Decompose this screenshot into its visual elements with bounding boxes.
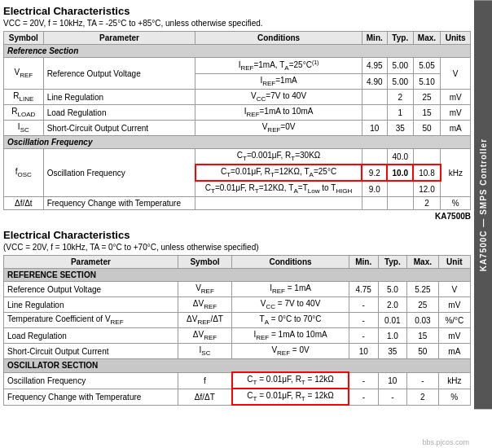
col-header-typ: Typ. — [378, 256, 407, 269]
cell-conditions-highlighted: CT=0.01μF, RT=12KΩ, TA=25°C — [195, 165, 362, 181]
table-row: Line Regulation ΔVREF VCC = 7V to 40V - … — [4, 297, 471, 313]
section-label: OSCILLATOR SECTION — [4, 359, 471, 373]
cell-conditions: IREF=1mA, TA=25°C(1) — [195, 58, 362, 74]
cell-units: kHz — [441, 149, 471, 197]
cell-conditions: IREF=1mA — [195, 74, 362, 90]
cell-conditions: VREF=0V — [195, 121, 362, 136]
cell-max-highlighted: 10.8 — [413, 165, 441, 181]
cell-units: %/°C — [438, 313, 470, 328]
cell-max: 25 — [413, 90, 441, 105]
cell-units: % — [438, 389, 470, 405]
bottom-section-subtitle: (VCC = 20V, f = 10kHz, TA = 0°C to +70°C… — [3, 243, 471, 252]
table-row: Short-Circuit Output Current ISC VREF = … — [4, 344, 471, 359]
cell-parameter: Load Regulation — [4, 328, 178, 344]
cell-typ: 1 — [387, 105, 413, 121]
cell-symbol: fOSC — [4, 149, 44, 197]
cell-max: 2 — [413, 197, 441, 210]
table-row: Frequency Change with Temperature Δf/ΔT … — [4, 389, 471, 405]
table-row: Oscillation Frequency f CT = 0.01μF, RT … — [4, 372, 471, 389]
col-header-typ: Typ. — [387, 32, 413, 45]
cell-symbol: Δf/Δt — [4, 197, 44, 210]
table-row: ISC Short-Circuit Output Current VREF=0V… — [4, 121, 471, 136]
cell-conditions — [195, 197, 362, 210]
cell-min-highlighted: 9.2 — [362, 165, 387, 181]
cell-max: 50 — [407, 344, 439, 359]
cell-max: 0.03 — [407, 313, 439, 328]
cell-min — [362, 105, 387, 121]
cell-min: 4.90 — [362, 74, 387, 90]
cell-conditions: IREF = 1mA — [232, 282, 349, 297]
cell-symbol: ΔVREF — [178, 328, 232, 344]
cell-symbol: ISC — [4, 121, 44, 136]
table-row: RLINE Line Regulation VCC=7V to 40V 2 25… — [4, 90, 471, 105]
cell-symbol: ΔVREF — [178, 297, 232, 313]
cell-max: 15 — [407, 328, 439, 344]
cell-min: - — [349, 372, 378, 389]
cell-units: mA — [438, 344, 470, 359]
cell-conditions: IREF=1mA to 10mA — [195, 105, 362, 121]
cell-parameter: Short-Circuit Output Current — [4, 344, 178, 359]
table-row: RLOAD Load Regulation IREF=1mA to 10mA 1… — [4, 105, 471, 121]
cell-max: - — [407, 372, 439, 389]
cell-parameter: Temperature Coefficient of VREF — [4, 313, 178, 328]
cell-max: 5.25 — [407, 282, 439, 297]
cell-parameter: Oscillation Frequency — [43, 149, 195, 197]
cell-min: - — [349, 389, 378, 405]
top-section-subtitle: VCC = 20V, f = 10kHz, TA = -25°C to +85°… — [3, 19, 471, 28]
col-header-max: Max. — [413, 32, 441, 45]
cell-min: - — [349, 328, 378, 344]
cell-typ: 35 — [378, 344, 407, 359]
cell-symbol: ISC — [178, 344, 232, 359]
cell-typ: 5.00 — [387, 58, 413, 74]
table-row: Δf/Δt Frequency Change with Temperature … — [4, 197, 471, 210]
cell-min — [362, 197, 387, 210]
cell-units: V — [438, 282, 470, 297]
col-header-symbol: Symbol — [178, 256, 232, 269]
cell-typ: 5.00 — [387, 74, 413, 90]
table-row: fOSC Oscillation Frequency CT=0.001μF, R… — [4, 149, 471, 165]
table-row: Reference Section — [4, 45, 471, 58]
cell-max: 12.0 — [413, 181, 441, 197]
cell-symbol: ΔVREF/ΔT — [178, 313, 232, 328]
cell-typ — [387, 197, 413, 210]
cell-typ: 1.0 — [378, 328, 407, 344]
cell-units: mA — [441, 121, 471, 136]
cell-typ: 35 — [387, 121, 413, 136]
cell-conditions: TA = 0°C to 70°C — [232, 313, 349, 328]
cell-typ: - — [378, 389, 407, 405]
cell-units: mV — [441, 105, 471, 121]
cell-parameter: Frequency Change with Temperature — [4, 389, 178, 405]
cell-symbol: VREF — [178, 282, 232, 297]
cell-parameter: Load Regulation — [43, 105, 195, 121]
cell-conditions: VREF = 0V — [232, 344, 349, 359]
ka-label-top: KA7500B — [3, 212, 471, 221]
cell-min — [362, 149, 387, 165]
cell-typ: 10 — [378, 372, 407, 389]
col-header-units: Units — [441, 32, 471, 45]
cell-typ: 2 — [387, 90, 413, 105]
col-header-parameter: Parameter — [43, 32, 195, 45]
table-row: VREF Reference Output Voltage IREF=1mA, … — [4, 58, 471, 74]
cell-conditions-highlighted: CT = 0.01μF, RT = 12kΩ — [232, 389, 349, 405]
cell-parameter: Oscillation Frequency — [4, 372, 178, 389]
cell-units: mV — [438, 328, 470, 344]
watermark: bbs.pjcos.com — [422, 438, 469, 446]
table-row: OSCILLATOR SECTION — [4, 359, 471, 373]
section-label: Reference Section — [4, 45, 471, 58]
top-characteristics-table: Symbol Parameter Conditions Min. Typ. Ma… — [3, 31, 471, 210]
cell-max: 2 — [407, 389, 439, 405]
cell-symbol: f — [178, 372, 232, 389]
table-row: Reference Output Voltage VREF IREF = 1mA… — [4, 282, 471, 297]
top-section-title: Electrical Characteristics — [3, 5, 471, 17]
table-row: Temperature Coefficient of VREF ΔVREF/ΔT… — [4, 313, 471, 328]
cell-typ: 2.0 — [378, 297, 407, 313]
table-row: Load Regulation ΔVREF IREF = 1mA to 10mA… — [4, 328, 471, 344]
cell-parameter: Line Regulation — [43, 90, 195, 105]
col-header-max: Max. — [407, 256, 439, 269]
cell-typ-highlighted: 10.0 — [387, 165, 413, 181]
table-row: REFERENCE SECTION — [4, 269, 471, 282]
cell-conditions: CT=0.01μF, RT=12KΩ, TA=TLow to THIGH — [195, 181, 362, 197]
cell-parameter: Line Regulation — [4, 297, 178, 313]
col-header-unit: Unit — [438, 256, 470, 269]
cell-min — [362, 90, 387, 105]
